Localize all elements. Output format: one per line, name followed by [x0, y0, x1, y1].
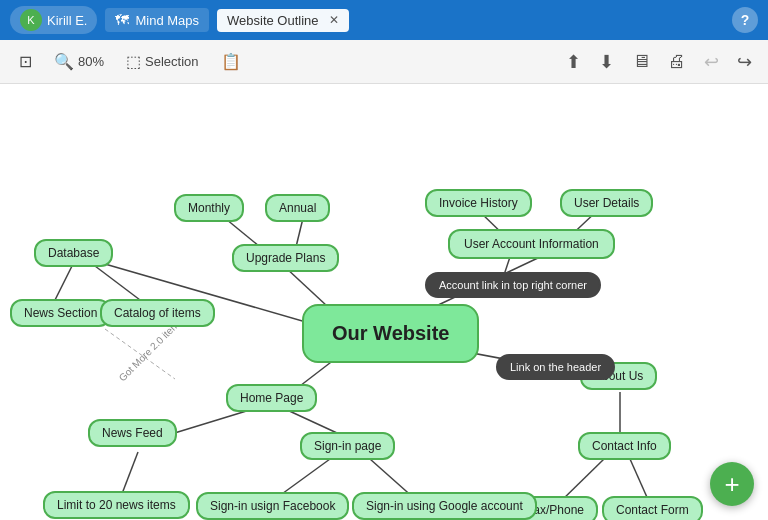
user-badge[interactable]: K Kirill E.: [10, 6, 97, 34]
tab-website-label: Website Outline: [227, 13, 319, 28]
node-limit-news[interactable]: Limit to 20 news items: [43, 491, 190, 519]
selection-button[interactable]: ⬚ Selection: [117, 47, 207, 76]
node-acct-link[interactable]: Account link in top right corner: [425, 272, 601, 298]
selection-label: Selection: [145, 54, 198, 69]
node-link-header[interactable]: Link on the header: [496, 354, 615, 380]
toolbar: ⊡ 🔍 80% ⬚ Selection 📋 ⬆ ⬇ 🖥 🖨 ↩ ↪: [0, 40, 768, 84]
node-contact-info[interactable]: Contact Info: [578, 432, 671, 460]
node-home-page[interactable]: Home Page: [226, 384, 317, 412]
node-upgrade-plans[interactable]: Upgrade Plans: [232, 244, 339, 272]
tab-close-icon[interactable]: ✕: [329, 13, 339, 27]
share-button[interactable]: ⬆: [560, 47, 587, 77]
clipboard-icon: 📋: [221, 52, 241, 71]
node-annual[interactable]: Annual: [265, 194, 330, 222]
node-signin-fb[interactable]: Sign-in usign Facebook: [196, 492, 349, 520]
tab-website-outline[interactable]: Website Outline ✕: [217, 9, 349, 32]
node-signin-google[interactable]: Sign-in using Google account: [352, 492, 537, 520]
zoom-button[interactable]: 🔍 80%: [45, 47, 113, 76]
monitor-button[interactable]: 🖥: [626, 47, 656, 76]
node-central[interactable]: Our Website: [302, 304, 479, 363]
tab-mindmaps-label: Mind Maps: [135, 13, 199, 28]
node-news-feed[interactable]: News Feed: [88, 419, 177, 447]
canvas: Got More 2.0 items Our Website Upgrade P…: [0, 84, 768, 520]
user-name: Kirill E.: [47, 13, 87, 28]
help-button[interactable]: ?: [732, 7, 758, 33]
clipboard-button[interactable]: 📋: [212, 47, 250, 76]
node-catalog[interactable]: Catalog of items: [100, 299, 215, 327]
node-database[interactable]: Database: [34, 239, 113, 267]
node-monthly[interactable]: Monthly: [174, 194, 244, 222]
zoom-icon: 🔍: [54, 52, 74, 71]
selection-icon: ⬚: [126, 52, 141, 71]
download-button[interactable]: ⬇: [593, 47, 620, 77]
header: K Kirill E. 🗺 Mind Maps Website Outline …: [0, 0, 768, 40]
node-signin-page[interactable]: Sign-in page: [300, 432, 395, 460]
node-user-details[interactable]: User Details: [560, 189, 653, 217]
fab-button[interactable]: +: [710, 462, 754, 506]
node-user-account[interactable]: User Account Information: [448, 229, 615, 259]
print-button[interactable]: 🖨: [662, 47, 692, 76]
tab-mindmaps[interactable]: 🗺 Mind Maps: [105, 8, 209, 32]
node-invoice[interactable]: Invoice History: [425, 189, 532, 217]
node-contact-form[interactable]: Contact Form: [602, 496, 703, 520]
undo-button[interactable]: ↩: [698, 47, 725, 77]
fit-button[interactable]: ⊡: [10, 47, 41, 76]
mindmaps-icon: 🗺: [115, 12, 129, 28]
fit-icon: ⊡: [19, 52, 32, 71]
redo-button[interactable]: ↪: [731, 47, 758, 77]
user-avatar: K: [20, 9, 42, 31]
node-news-section[interactable]: News Section: [10, 299, 111, 327]
zoom-value: 80%: [78, 54, 104, 69]
fab-icon: +: [724, 469, 739, 500]
